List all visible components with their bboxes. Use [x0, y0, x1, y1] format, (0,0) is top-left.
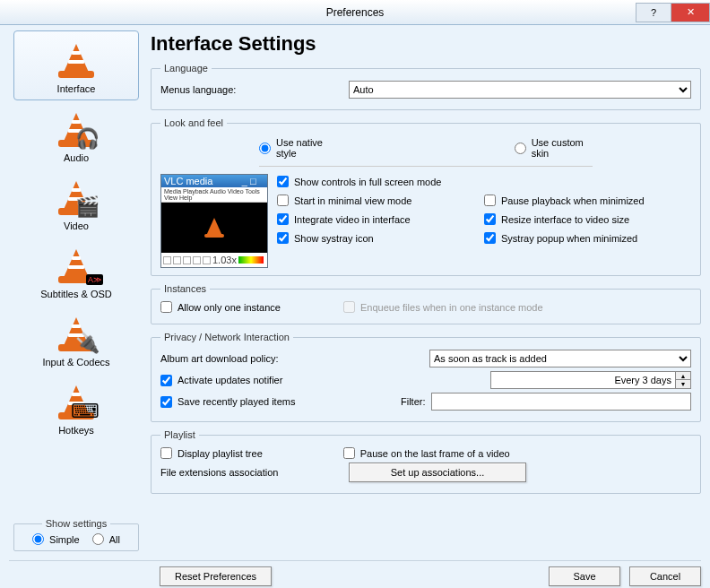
window-title: Preferences: [326, 6, 385, 19]
cone-icon: 🔌: [58, 316, 94, 355]
check-enqueue: Enqueue files when in one instance mode: [343, 301, 543, 313]
instances-legend: Instances: [160, 283, 210, 294]
check-integrate-video[interactable]: Integrate video in interface: [277, 213, 484, 225]
skin-preview: VLC media player_ □ × Media Playback Aud…: [160, 174, 268, 268]
album-art-select[interactable]: As soon as track is added: [429, 350, 691, 368]
check-minimal-view[interactable]: Start in minimal view mode: [277, 195, 484, 206]
look-and-feel-group: Look and feel Use native style Use custo…: [151, 117, 701, 276]
settings-content: Interface Settings Language Menus langua…: [151, 30, 701, 558]
sidebar-item-label: Video: [64, 220, 89, 231]
updates-frequency-spinner[interactable]: ▲▼: [675, 371, 691, 389]
cone-icon: [58, 42, 94, 82]
cone-icon: ⌨: [58, 384, 94, 423]
cone-icon: 🎧: [58, 111, 94, 151]
cone-icon: A≫: [58, 247, 94, 287]
sidebar-item-subtitles[interactable]: A≫ Subtitles & OSD: [13, 237, 139, 305]
language-legend: Language: [160, 63, 212, 74]
close-button[interactable]: ✕: [671, 3, 710, 22]
updates-frequency-input[interactable]: [490, 371, 675, 389]
filter-label: Filter:: [401, 396, 426, 407]
check-systray-popup[interactable]: Systray popup when minimized: [484, 232, 691, 244]
sidebar-item-label: Hotkeys: [58, 425, 94, 436]
check-systray-icon[interactable]: Show systray icon: [277, 232, 484, 244]
menus-language-label: Menus language:: [160, 84, 349, 95]
menus-language-select[interactable]: Auto: [349, 81, 691, 99]
show-settings-all[interactable]: All: [92, 533, 120, 545]
reset-preferences-button[interactable]: Reset Preferences: [160, 566, 272, 586]
check-resize-interface[interactable]: Resize interface to video size: [484, 213, 691, 225]
titlebar: Preferences ? ✕: [0, 0, 710, 25]
cancel-button[interactable]: Cancel: [629, 566, 701, 586]
sidebar-item-input-codecs[interactable]: 🔌 Input & Codecs: [13, 305, 139, 373]
sidebar-item-label: Subtitles & OSD: [40, 289, 111, 299]
playlist-legend: Playlist: [160, 429, 199, 440]
check-one-instance[interactable]: Allow only one instance: [160, 301, 281, 313]
sidebar-item-label: Audio: [64, 152, 89, 163]
album-art-label: Album art download policy:: [160, 353, 429, 364]
setup-associations-button[interactable]: Set up associations...: [349, 463, 526, 482]
check-updates-notifier[interactable]: Activate updates notifier: [160, 375, 429, 386]
check-fullscreen-controls[interactable]: Show controls in full screen mode: [277, 176, 691, 187]
filter-input[interactable]: [431, 393, 692, 411]
sidebar-item-interface[interactable]: Interface: [13, 30, 139, 100]
page-title: Interface Settings: [151, 32, 701, 56]
check-pause-last-frame[interactable]: Pause on the last frame of a video: [343, 447, 510, 459]
native-style-radio[interactable]: Use native style: [259, 137, 335, 159]
show-settings-group: Show settings Simple All: [13, 518, 139, 551]
sidebar-item-label: Input & Codecs: [42, 357, 109, 368]
privacy-group: Privacy / Network Interaction Album art …: [151, 332, 701, 422]
custom-skin-radio[interactable]: Use custom skin: [515, 137, 593, 159]
sidebar-item-hotkeys[interactable]: ⌨ Hotkeys: [13, 373, 139, 441]
footer: Reset Preferences Save Cancel: [0, 563, 710, 588]
show-settings-simple[interactable]: Simple: [32, 533, 80, 545]
show-settings-legend: Show settings: [42, 518, 110, 529]
check-pause-minimized[interactable]: Pause playback when minimized: [484, 195, 691, 206]
sidebar-item-video[interactable]: 🎬 Video: [13, 169, 139, 237]
privacy-legend: Privacy / Network Interaction: [160, 332, 293, 342]
language-group: Language Menus language: Auto: [151, 63, 701, 110]
file-ext-label: File extensions association: [160, 467, 349, 478]
playlist-group: Playlist Display playlist tree Pause on …: [151, 429, 701, 494]
check-playlist-tree[interactable]: Display playlist tree: [160, 447, 263, 459]
instances-group: Instances Allow only one instance Enqueu…: [151, 283, 701, 324]
sidebar-item-label: Interface: [57, 83, 96, 94]
check-save-recent[interactable]: Save recently played items: [160, 396, 401, 408]
save-button[interactable]: Save: [549, 566, 620, 586]
help-button[interactable]: ?: [636, 3, 671, 22]
category-sidebar: Interface 🎧 Audio 🎬 Video A≫ Subtitles &…: [9, 30, 143, 558]
look-legend: Look and feel: [160, 117, 227, 128]
sidebar-item-audio[interactable]: 🎧 Audio: [13, 100, 139, 169]
cone-icon: 🎬: [58, 179, 94, 219]
